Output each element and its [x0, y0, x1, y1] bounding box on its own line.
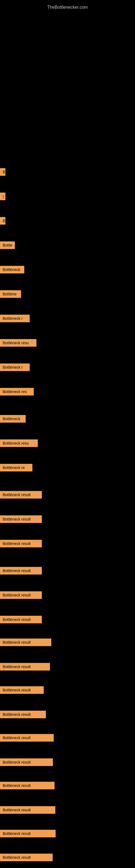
bottleneck-result-item: Bottleneck result	[0, 591, 42, 599]
bottleneck-result-item: Bottleneck result	[0, 854, 53, 861]
bottleneck-result-item: Bottleneck result	[0, 782, 54, 789]
bottleneck-result-item: Bottle	[0, 241, 15, 249]
bottleneck-result-item: Bottleneck result	[0, 830, 56, 837]
bottleneck-result-item: Bottleneck result	[0, 663, 50, 671]
bottleneck-result-item: Bottleneck result	[0, 516, 42, 523]
bottleneck-result-item: Bottleneck result	[0, 491, 42, 499]
bottleneck-result-item: B	[0, 168, 5, 176]
bottleneck-result-item: Bottleneck result	[0, 806, 55, 814]
bottleneck-result-item: Bottleneck result	[0, 734, 54, 742]
bottleneck-result-item: Bottleneck result	[0, 711, 46, 718]
bottleneck-result-item: Bottleneck result	[0, 616, 42, 623]
bottleneck-result-item: Bottleneck	[0, 266, 24, 273]
bottleneck-result-item: Bottleneck result	[0, 567, 42, 575]
bottleneck-result-item: B	[0, 217, 5, 225]
bottleneck-result-item: Bottlene	[0, 290, 21, 298]
bottleneck-result-item: Bottleneck resu	[0, 339, 37, 347]
bottleneck-result-item: Bottleneck result	[0, 686, 44, 694]
bottleneck-result-item: Bottleneck result	[0, 540, 42, 547]
bottleneck-result-item: Bottleneck resu	[0, 439, 38, 447]
bottleneck-result-item: Bottleneck	[0, 415, 26, 423]
bottleneck-result-item: Bottleneck r	[0, 364, 30, 371]
bottleneck-result-item: Bottleneck r	[0, 315, 30, 322]
bottleneck-result-item: Bottleneck res	[0, 388, 34, 396]
bottleneck-result-item: |	[0, 193, 5, 200]
bottleneck-result-item: Bottleneck re	[0, 464, 32, 471]
bottleneck-result-item: Bottleneck result	[0, 639, 51, 646]
bottleneck-result-item: Bottleneck result	[0, 758, 53, 766]
site-title: TheBottlenecker.com	[0, 2, 135, 12]
